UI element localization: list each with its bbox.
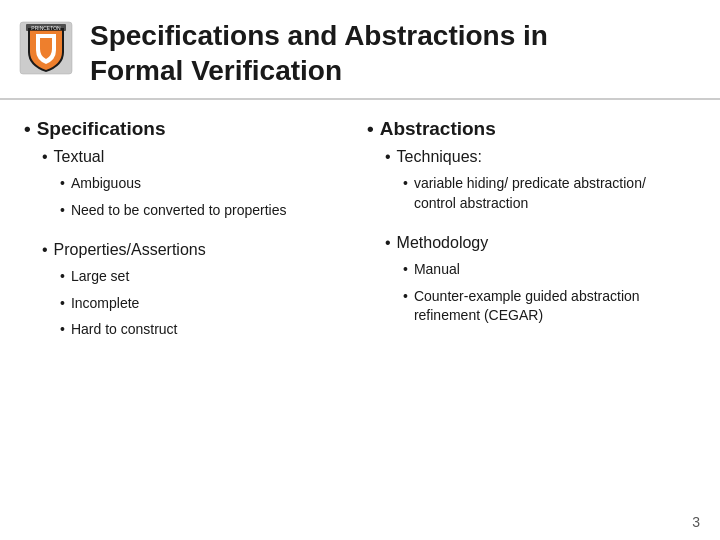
variable-hiding-item: variable hiding/ predicate abstraction/ … xyxy=(403,174,690,213)
title-line2: Formal Verification xyxy=(90,55,342,86)
variable-hiding-text: variable hiding/ predicate abstraction/ … xyxy=(414,174,690,213)
princeton-logo: PRINCETON xyxy=(18,20,74,76)
page-number: 3 xyxy=(692,514,700,530)
need-to-convert-item: Need to be converted to properties xyxy=(60,201,347,221)
methodology-heading: Methodology xyxy=(385,234,690,252)
slide: PRINCETON Specifications and Abstraction… xyxy=(0,0,720,540)
hard-to-construct-item: Hard to construct xyxy=(60,320,347,340)
left-heading: Specifications xyxy=(24,118,347,140)
techniques-heading: Techniques: xyxy=(385,148,690,166)
incomplete-item: Incomplete xyxy=(60,294,347,314)
cegar-text: Counter-example guided abstraction refin… xyxy=(414,287,690,326)
left-column: Specifications Textual Ambiguous Need to… xyxy=(24,118,357,530)
techniques-label: Techniques: xyxy=(397,148,482,166)
slide-content: Specifications Textual Ambiguous Need to… xyxy=(0,100,720,540)
methodology-label: Methodology xyxy=(397,234,489,252)
need-to-convert-text: Need to be converted to properties xyxy=(71,201,347,221)
large-set-item: Large set xyxy=(60,267,347,287)
properties-label: Properties/Assertions xyxy=(54,241,206,259)
right-column: Abstractions Techniques: variable hiding… xyxy=(357,118,690,530)
right-heading: Abstractions xyxy=(367,118,690,140)
textual-label: Textual xyxy=(54,148,105,166)
large-set-text: Large set xyxy=(71,267,347,287)
ambiguous-text: Ambiguous xyxy=(71,174,347,194)
right-heading-text: Abstractions xyxy=(380,118,496,140)
title-line1: Specifications and Abstractions in xyxy=(90,20,548,51)
left-heading-text: Specifications xyxy=(37,118,166,140)
title-block: Specifications and Abstractions in Forma… xyxy=(90,18,690,88)
manual-item: Manual xyxy=(403,260,690,280)
manual-text: Manual xyxy=(414,260,690,280)
incomplete-text: Incomplete xyxy=(71,294,347,314)
ambiguous-item: Ambiguous xyxy=(60,174,347,194)
slide-title: Specifications and Abstractions in Forma… xyxy=(90,18,690,88)
hard-to-construct-text: Hard to construct xyxy=(71,320,347,340)
textual-heading: Textual xyxy=(42,148,347,166)
cegar-item: Counter-example guided abstraction refin… xyxy=(403,287,690,326)
svg-text:PRINCETON: PRINCETON xyxy=(31,25,61,31)
properties-heading: Properties/Assertions xyxy=(42,241,347,259)
slide-header: PRINCETON Specifications and Abstraction… xyxy=(0,0,720,100)
